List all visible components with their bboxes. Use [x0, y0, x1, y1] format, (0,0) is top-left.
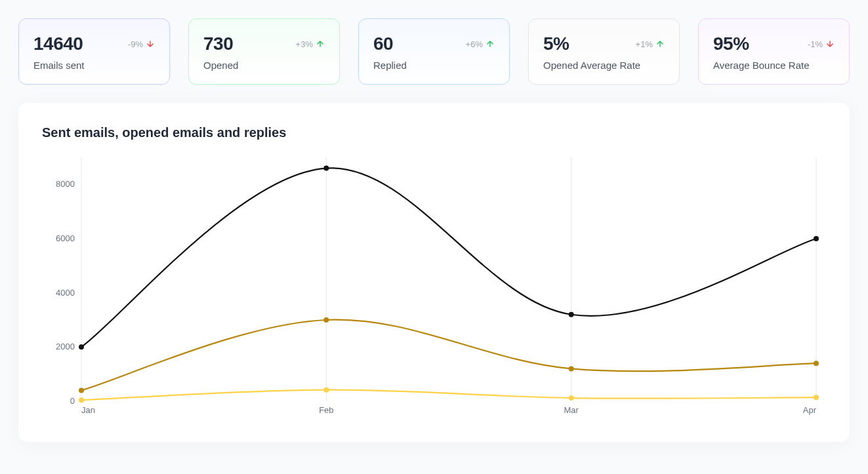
svg-text:Mar: Mar [564, 405, 579, 415]
svg-point-17 [79, 387, 84, 393]
line-chart: 02000400060008000JanFebMarApr [42, 146, 823, 421]
svg-point-13 [79, 344, 84, 349]
kpi-label: Replied [373, 60, 495, 71]
arrow-up-icon [316, 39, 325, 49]
kpi-value: 60 [373, 33, 393, 54]
svg-point-14 [323, 166, 329, 171]
svg-text:8000: 8000 [56, 179, 75, 189]
svg-text:Feb: Feb [319, 405, 333, 415]
kpi-delta-text: -9% [128, 39, 143, 49]
kpi-delta: -9% [128, 39, 155, 49]
svg-point-24 [814, 395, 819, 400]
kpi-value: 730 [203, 33, 233, 54]
kpi-opened[interactable]: 730 +3% Opened [188, 18, 340, 85]
kpi-delta: +6% [466, 39, 495, 49]
kpi-replied[interactable]: 60 +6% Replied [358, 18, 510, 85]
svg-point-23 [569, 395, 574, 401]
kpi-label: Opened Average Rate [543, 60, 665, 71]
kpi-bounce-rate[interactable]: 95% -1% Average Bounce Rate [698, 18, 850, 85]
kpi-delta-text: +1% [636, 39, 653, 49]
arrow-down-icon [825, 39, 835, 49]
kpi-delta: -1% [808, 39, 835, 49]
chart-title: Sent emails, opened emails and replies [42, 125, 826, 140]
chart-area: 02000400060008000JanFebMarApr [42, 146, 826, 424]
svg-text:Apr: Apr [803, 405, 817, 415]
kpi-delta-text: +6% [466, 39, 483, 49]
kpi-value: 5% [543, 33, 569, 54]
svg-text:Jan: Jan [81, 405, 95, 415]
arrow-down-icon [146, 39, 155, 49]
svg-point-21 [79, 397, 84, 403]
svg-point-15 [569, 312, 574, 317]
svg-text:6000: 6000 [56, 233, 75, 243]
kpi-delta: +3% [296, 39, 325, 49]
arrow-up-icon [486, 39, 495, 49]
svg-point-19 [569, 366, 574, 371]
svg-point-22 [323, 387, 329, 393]
kpi-label: Opened [203, 60, 325, 71]
kpi-row: 14640 -9% Emails sent 730 +3% Opened 60 … [18, 18, 850, 85]
arrow-up-icon [655, 39, 665, 49]
kpi-label: Average Bounce Rate [713, 60, 835, 71]
kpi-open-rate[interactable]: 5% +1% Opened Average Rate [528, 18, 680, 85]
svg-text:2000: 2000 [56, 342, 75, 351]
kpi-emails-sent[interactable]: 14640 -9% Emails sent [18, 18, 170, 85]
svg-text:0: 0 [70, 396, 75, 406]
kpi-delta: +1% [636, 39, 665, 49]
kpi-delta-text: +3% [296, 39, 313, 49]
svg-text:4000: 4000 [56, 288, 75, 298]
chart-card: Sent emails, opened emails and replies 0… [18, 103, 850, 442]
kpi-value: 95% [713, 33, 749, 54]
kpi-delta-text: -1% [808, 39, 823, 49]
kpi-value: 14640 [33, 33, 83, 54]
svg-point-16 [814, 236, 819, 241]
kpi-label: Emails sent [33, 60, 155, 71]
svg-point-18 [323, 317, 329, 323]
svg-point-20 [814, 361, 819, 366]
